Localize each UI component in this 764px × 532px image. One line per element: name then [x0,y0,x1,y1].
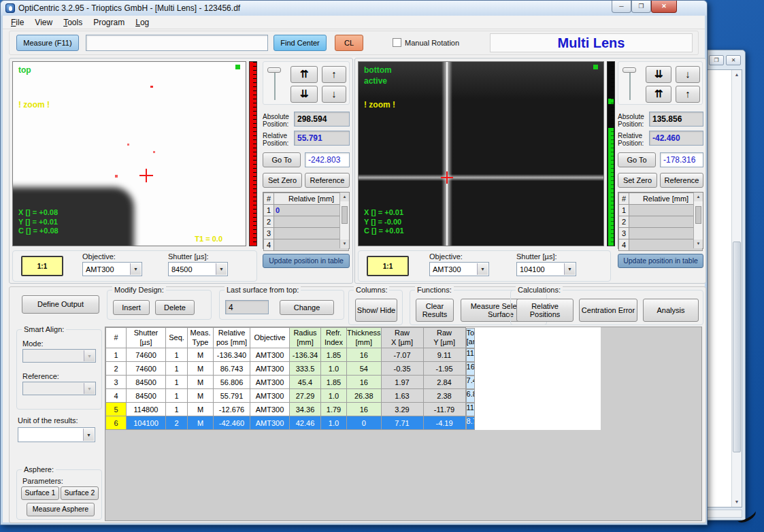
mini-row[interactable]: 3 [264,228,349,239]
cell[interactable]: 1 [166,376,188,389]
cell[interactable]: 6.80 [466,389,475,403]
cell[interactable]: -136.34 [290,348,321,362]
table-row[interactable]: 1746001M-136.340AMT300-136.341.8516-7.07… [106,348,601,362]
table-row[interactable]: 3845001M56.806AMT30045.41.85161.972.846.… [106,376,601,389]
cell[interactable]: 55.791 [214,389,250,403]
cell[interactable]: 1 [106,348,127,362]
reference-button[interactable]: Reference [660,173,703,188]
menu-item-program[interactable]: Program [88,16,130,29]
cell[interactable]: 1.0 [321,416,347,430]
cell[interactable]: 3.29 [381,403,423,416]
menu-item-file[interactable]: File [5,16,29,29]
menu-item-log[interactable]: Log [130,16,154,29]
cell[interactable]: AMT300 [250,389,290,403]
cell[interactable]: 1 [166,348,188,362]
cell[interactable]: 6 [106,416,127,430]
cell[interactable]: -136.340 [214,348,250,362]
cell[interactable]: -11.79 [423,403,465,416]
update-position-button[interactable]: Update position in table [263,254,350,268]
delete-button[interactable]: Delete [155,300,195,315]
surface-2-button[interactable]: Surface 2 [61,486,99,500]
menu-item-view[interactable]: View [29,16,58,29]
cell[interactable]: 2 [106,362,127,376]
cell[interactable]: AMT300 [250,403,290,416]
cell[interactable]: 56.806 [214,376,250,389]
find-center-button[interactable]: Find Center [273,35,327,51]
bg-scroll-thumb[interactable] [733,242,741,452]
chevron-down-icon[interactable]: ▼ [83,429,94,441]
goto-button[interactable]: Go To [618,152,656,167]
chevron-down-icon[interactable]: ▼ [564,263,575,275]
cell[interactable]: 16.78 [466,362,475,376]
cell[interactable]: 9.11 [423,348,465,362]
scale-1to1-button[interactable]: 1:1 [367,256,409,276]
set-zero-button[interactable]: Set Zero [618,173,657,188]
reference-button[interactable]: Reference [305,173,350,188]
focus-slider-handle[interactable] [622,67,636,73]
shutter-select[interactable]: 84500▼ [168,262,228,276]
cell[interactable]: M [188,376,214,389]
cell[interactable]: 104100 [127,416,166,430]
table-row[interactable]: 4845001M55.791AMT30027.291.026.381.632.3… [106,389,601,403]
cell[interactable]: 45.4 [290,376,321,389]
cell[interactable]: 84500 [127,376,166,389]
right-camera-view[interactable]: bottom active ! zoom ! X [] = +0.01 Y []… [358,61,604,246]
set-zero-button[interactable]: Set Zero [263,173,302,188]
cell[interactable]: -42.460 [214,416,250,430]
surface-1-button[interactable]: Surface 1 [21,486,59,500]
titlebar[interactable]: OptiCentric 3.2.95 - Trioptics GmbH - [M… [1,1,707,16]
cell[interactable]: 74600 [127,362,166,376]
cell[interactable]: 2.38 [423,389,465,403]
cell[interactable]: 1 [166,389,188,403]
cell[interactable]: 2.84 [423,376,465,389]
cell[interactable]: 1.85 [321,376,347,389]
chevron-down-icon[interactable]: ▼ [216,263,227,275]
maximize-button[interactable]: ❐ [631,1,651,13]
mini-row[interactable]: 1 [619,205,703,216]
change-button[interactable]: Change [280,300,334,315]
cell[interactable]: 11.13 [466,403,475,416]
relative-positions-minitable[interactable]: # Relative [mm] 1 2 3 4 ▲ ▼ [618,192,703,249]
smart-align-mode-select[interactable]: ▼ [22,349,96,363]
cell[interactable]: 7.41 [466,376,475,389]
table-row[interactable]: 51148001M-12.676AMT30034.361.79163.29-11… [106,403,601,416]
cell[interactable]: 84500 [127,389,166,403]
mini-scrollbar[interactable]: ▲ ▼ [693,193,703,248]
jog-up-button[interactable]: ↑ [322,66,346,83]
cell[interactable]: 1.79 [321,403,347,416]
cell[interactable]: -4.19 [423,416,465,430]
jog-down-fast-button[interactable]: ⇊ [290,86,318,103]
show-hide-button[interactable]: Show/ Hide [355,299,397,322]
mini-row[interactable]: 10 [264,205,349,216]
cell[interactable]: M [188,348,214,362]
cell[interactable]: 1.97 [381,376,423,389]
table-row[interactable]: 61041002M-42.460AMT30042.461.007.71-4.19… [106,416,601,430]
jog-down-button[interactable]: ↓ [322,86,346,103]
chevron-down-icon[interactable]: ▼ [477,263,488,275]
cl-button[interactable]: CL [335,35,363,51]
cell[interactable]: 1.0 [321,362,347,376]
cell[interactable]: 5 [106,403,127,416]
jog-down-fast-button[interactable]: ⇊ [646,66,671,83]
focus-slider-handle[interactable] [267,67,281,73]
cell[interactable]: 11.53 [466,348,475,362]
bg-restore-button[interactable]: ❐ [709,55,724,65]
cell[interactable]: 1.63 [381,389,423,403]
menu-item-tools[interactable]: Tools [58,16,88,29]
cell[interactable]: 2 [166,416,188,430]
cell[interactable]: 114800 [127,403,166,416]
cell[interactable]: -7.07 [381,348,423,362]
relative-positions-minitable[interactable]: # Relative [mm] 10 2 3 4 ▲ ▼ [263,192,350,249]
cell[interactable]: 16 [347,376,382,389]
goto-button[interactable]: Go To [263,152,301,167]
jog-up-button[interactable]: ↑ [676,86,700,103]
manual-rotation-checkbox[interactable] [393,38,401,47]
update-position-button[interactable]: Update position in table [618,254,703,268]
goto-input[interactable]: -242.803 [305,152,350,167]
bg-close-button[interactable]: ✕ [726,55,741,65]
measure-button[interactable]: Measure (F11) [16,35,79,51]
cell[interactable]: -1.95 [423,362,465,376]
relative-positions-button[interactable]: Relative Positions [516,299,574,322]
close-button[interactable]: ✕ [651,1,677,13]
objective-select[interactable]: AMT300▼ [82,262,142,276]
